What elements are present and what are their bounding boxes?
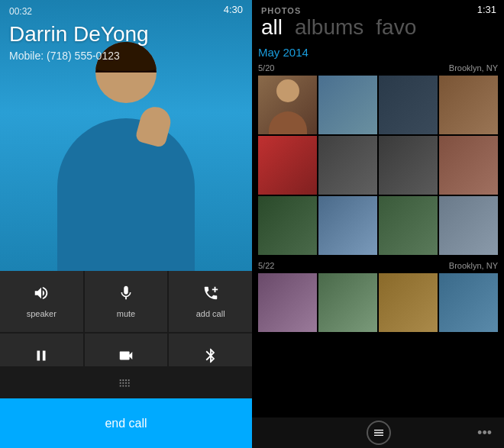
- photo-thumb[interactable]: [379, 136, 438, 195]
- photo-thumb[interactable]: [258, 76, 317, 134]
- more-options-button[interactable]: •••: [477, 425, 492, 441]
- caller-phone: (718) 555-0123: [47, 50, 120, 62]
- photo-thumb[interactable]: [318, 136, 377, 195]
- bluetooth-icon: [202, 347, 219, 368]
- photos-bottom-bar: •••: [252, 417, 504, 448]
- list-icon: [373, 427, 385, 439]
- keypad-row[interactable]: [0, 366, 252, 398]
- speaker-button[interactable]: speaker: [0, 271, 83, 332]
- list-view-button[interactable]: [367, 421, 391, 445]
- caller-name: Darrin DeYong: [9, 23, 149, 47]
- call-duration: 00:32: [9, 6, 32, 17]
- call-screen: 00:32 4:30 Darrin DeYong Mobile: (718) 5…: [0, 0, 252, 448]
- photo-thumb[interactable]: [439, 273, 498, 332]
- month-section-may2014: May 2014 5/20 Brooklyn, NY: [252, 46, 504, 332]
- mute-label: mute: [117, 309, 135, 318]
- location-label-520: Brooklyn, NY: [449, 63, 498, 73]
- photo-thumb[interactable]: [258, 273, 317, 332]
- tab-albums[interactable]: albums: [295, 17, 363, 40]
- add-call-icon: [202, 285, 219, 305]
- caller-type: Mobile:: [9, 50, 44, 62]
- add-call-label: add call: [196, 309, 225, 318]
- photo-thumb[interactable]: [439, 136, 498, 195]
- status-bar-left: 00:32 4:30: [0, 0, 252, 23]
- photo-thumb[interactable]: [439, 196, 498, 255]
- photos-header: PHOTOS all albums favo: [252, 0, 504, 40]
- photo-thumb[interactable]: [318, 196, 377, 255]
- photos-section-label: PHOTOS: [261, 6, 495, 15]
- date-label-522: 5/22: [258, 261, 274, 270]
- date-group-520: 5/20 Brooklyn, NY: [258, 63, 498, 255]
- mute-button[interactable]: mute: [85, 271, 168, 332]
- tab-all[interactable]: all: [261, 17, 283, 40]
- date-label-520: 5/20: [258, 63, 274, 73]
- tab-favorites[interactable]: favo: [376, 17, 416, 40]
- photo-thumb[interactable]: [318, 76, 377, 134]
- status-time-right: 1:31: [477, 4, 496, 15]
- speaker-icon: [33, 285, 50, 305]
- mute-icon: [118, 285, 134, 305]
- photos-content: May 2014 5/20 Brooklyn, NY: [252, 40, 504, 417]
- date-location-row-520: 5/20 Brooklyn, NY: [258, 63, 498, 73]
- speaker-label: speaker: [27, 309, 57, 318]
- photo-thumb[interactable]: [318, 273, 377, 332]
- photo-thumb[interactable]: [439, 76, 498, 134]
- photo-thumb[interactable]: [379, 76, 438, 134]
- date-location-row-522: 5/22 Brooklyn, NY: [258, 261, 498, 270]
- end-call-label: end call: [105, 417, 147, 430]
- photo-grid-520: [258, 76, 498, 255]
- hold-icon: [33, 347, 50, 368]
- photo-thumb[interactable]: [379, 273, 438, 332]
- add-call-button[interactable]: add call: [169, 271, 252, 332]
- skype-icon: [118, 347, 134, 368]
- caller-number: Mobile: (718) 555-0123: [9, 50, 149, 62]
- date-group-522: 5/22 Brooklyn, NY: [258, 261, 498, 332]
- photo-grid-522: [258, 273, 498, 332]
- call-info: Darrin DeYong Mobile: (718) 555-0123: [9, 23, 149, 62]
- photos-tabs: all albums favo: [261, 17, 495, 40]
- photo-thumb[interactable]: [379, 196, 438, 255]
- location-label-522: Brooklyn, NY: [449, 261, 498, 270]
- photos-screen: 1:31 PHOTOS all albums favo May 2014 5/2…: [252, 0, 504, 448]
- end-call-button[interactable]: end call: [0, 398, 252, 448]
- month-label: May 2014: [258, 46, 498, 59]
- photo-thumb[interactable]: [258, 136, 317, 195]
- photo-thumb[interactable]: [258, 196, 317, 255]
- status-time-left: 4:30: [224, 4, 243, 15]
- keypad-icon: [118, 374, 134, 391]
